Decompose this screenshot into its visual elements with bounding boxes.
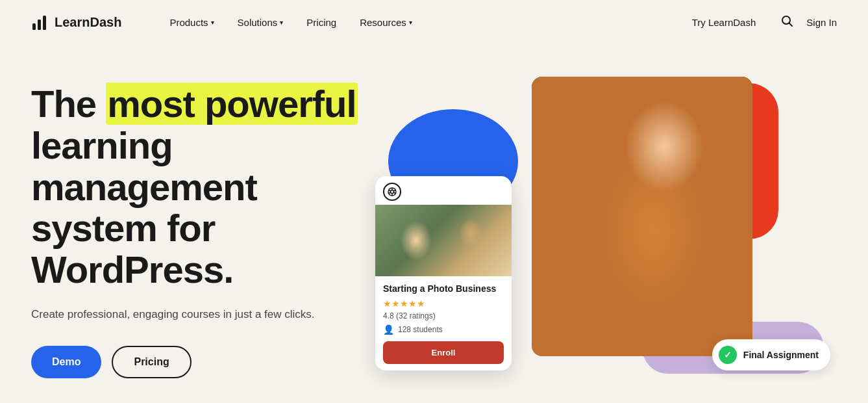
card-title: Starting a Photo Business: [383, 283, 504, 294]
hero-content: The most powerful learning management sy…: [31, 57, 369, 403]
hero-photo: [532, 77, 752, 356]
svg-rect-2: [43, 16, 46, 30]
chevron-down-icon: ▾: [211, 19, 214, 26]
chevron-down-icon: ▾: [409, 19, 412, 26]
highlight-text: most powerful: [106, 83, 357, 125]
nav-pricing[interactable]: Pricing: [297, 12, 345, 33]
card-body: Starting a Photo Business ★★★★★ 4.8 (32 …: [375, 276, 512, 370]
hero-subtitle: Create professional, engaging courses in…: [31, 306, 369, 323]
nav-right: Try LearnDash Sign In: [680, 12, 837, 33]
aperture-icon: [383, 183, 401, 201]
card-rating: 4.8 (32 ratings): [383, 311, 504, 320]
pricing-button[interactable]: Pricing: [112, 346, 191, 378]
card-icon-row: [375, 176, 512, 205]
nav-products[interactable]: Products ▾: [160, 12, 223, 33]
svg-line-11: [389, 192, 391, 194]
svg-rect-1: [38, 20, 41, 30]
card-stars: ★★★★★: [383, 298, 504, 309]
nav-resources[interactable]: Resources ▾: [351, 12, 421, 33]
enroll-button[interactable]: Enroll: [383, 341, 504, 364]
svg-point-6: [391, 190, 394, 193]
hero-visual: Starting a Photo Business ★★★★★ 4.8 (32 …: [369, 57, 837, 403]
card-image: [375, 205, 512, 276]
logo-text: LearnDash: [55, 15, 121, 30]
svg-rect-0: [32, 23, 36, 30]
demo-button[interactable]: Demo: [31, 346, 101, 378]
assignment-label: Final Assignment: [743, 350, 819, 360]
svg-line-4: [789, 23, 793, 26]
check-circle-icon: ✓: [719, 346, 737, 364]
course-card: Starting a Photo Business ★★★★★ 4.8 (32 …: [375, 176, 512, 370]
student-icon: 👤: [383, 324, 394, 335]
logo[interactable]: LearnDash: [31, 13, 121, 31]
try-learndash-link[interactable]: Try LearnDash: [680, 12, 768, 33]
search-icon[interactable]: [780, 14, 793, 31]
chevron-down-icon: ▾: [280, 19, 283, 26]
hero-buttons: Demo Pricing: [31, 346, 369, 378]
svg-line-12: [389, 190, 391, 191]
navbar: LearnDash Products ▾ Solutions ▾ Pricing…: [0, 0, 868, 44]
card-students: 👤 128 students: [383, 324, 504, 335]
logo-icon: [31, 13, 49, 31]
nav-solutions[interactable]: Solutions ▾: [229, 12, 293, 33]
assignment-badge: ✓ Final Assignment: [712, 339, 830, 370]
svg-line-9: [394, 192, 396, 194]
svg-line-8: [394, 190, 396, 191]
logo-svg: [31, 13, 49, 31]
sign-in-button[interactable]: Sign In: [806, 17, 837, 28]
hero-section: The most powerful learning management sy…: [0, 44, 868, 403]
photo-person: [532, 77, 752, 356]
nav-links: Products ▾ Solutions ▾ Pricing Resources…: [160, 12, 680, 33]
hero-heading: The most powerful learning management sy…: [31, 83, 369, 291]
